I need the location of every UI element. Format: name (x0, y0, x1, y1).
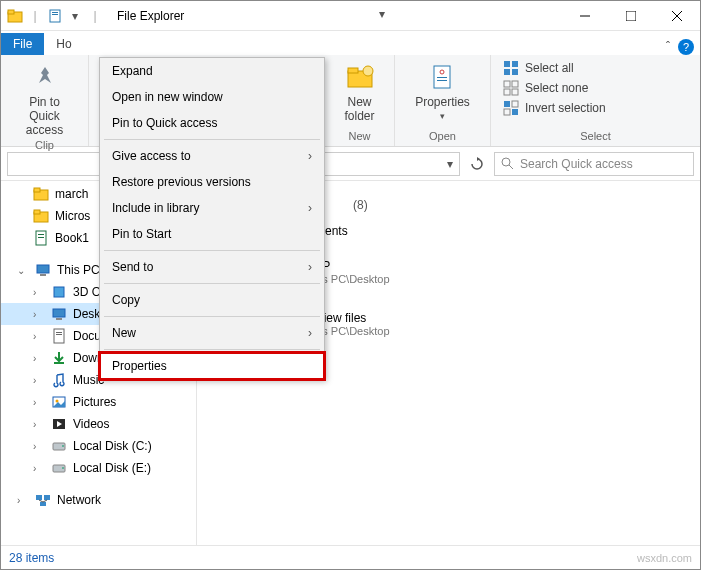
nav-network[interactable]: › Network (1, 489, 196, 511)
context-item[interactable]: Give access to› (100, 143, 324, 169)
titlebar: | ▾ | File Explorer (1, 1, 700, 31)
device-icon (51, 284, 67, 300)
svg-rect-25 (512, 101, 518, 107)
chevron-right-icon[interactable]: › (33, 331, 45, 342)
search-placeholder: Search Quick access (520, 157, 633, 171)
properties-button[interactable]: Properties ▾ (409, 59, 476, 123)
folder-label: ents (325, 224, 348, 238)
nav-pc-item[interactable]: ›Pictures (1, 391, 196, 413)
nav-pc-item[interactable]: ›Local Disk (E:) (1, 457, 196, 479)
svg-rect-26 (504, 109, 510, 115)
folder-icon (33, 230, 49, 246)
new-dropdown-icon[interactable]: ▾ (379, 7, 385, 21)
nav-pc-item[interactable]: ›Local Disk (C:) (1, 435, 196, 457)
pin-to-quick-access-button[interactable]: Pin to Quick access (9, 59, 80, 139)
address-dropdown-icon[interactable]: ▾ (447, 157, 453, 171)
watermark: wsxdn.com (637, 552, 692, 564)
minimize-button[interactable] (562, 1, 608, 31)
search-icon (501, 157, 514, 170)
svg-rect-53 (36, 495, 42, 500)
this-pc-icon (35, 262, 51, 278)
frequent-folders-header[interactable]: (8) (353, 197, 684, 212)
context-item[interactable]: Send to› (100, 254, 324, 280)
svg-point-47 (56, 400, 59, 403)
refresh-button[interactable] (466, 153, 488, 175)
svg-rect-6 (626, 11, 636, 21)
context-item[interactable]: Copy (100, 287, 324, 313)
properties-qat-icon[interactable] (47, 8, 63, 24)
svg-rect-18 (504, 69, 510, 75)
chevron-down-icon[interactable]: ⌄ (17, 265, 29, 276)
svg-point-28 (502, 158, 510, 166)
context-separator (104, 349, 320, 350)
svg-rect-3 (52, 12, 58, 13)
chevron-right-icon[interactable]: › (33, 375, 45, 386)
status-bar: 28 items wsxdn.com (1, 545, 700, 569)
svg-rect-40 (53, 309, 65, 317)
select-none-icon (503, 80, 519, 96)
invert-selection-icon (503, 100, 519, 116)
svg-rect-27 (512, 109, 518, 115)
context-menu: ExpandOpen in new windowPin to Quick acc… (99, 57, 325, 380)
svg-line-57 (43, 500, 47, 502)
svg-rect-15 (437, 80, 447, 81)
maximize-button[interactable] (608, 1, 654, 31)
folder-icon (33, 186, 49, 202)
context-item[interactable]: Open in new window (100, 84, 324, 110)
svg-rect-36 (38, 237, 44, 238)
qat-separator: | (27, 8, 43, 24)
svg-rect-14 (437, 77, 447, 78)
chevron-right-icon: › (308, 326, 312, 340)
svg-rect-41 (56, 318, 62, 320)
svg-rect-55 (40, 502, 46, 506)
chevron-right-icon[interactable]: › (33, 397, 45, 408)
device-icon (51, 328, 67, 344)
context-item[interactable]: Restore previous versions (100, 169, 324, 195)
close-button[interactable] (654, 1, 700, 31)
device-icon (51, 460, 67, 476)
context-item[interactable]: Pin to Quick access (100, 110, 324, 136)
select-none-button[interactable]: Select none (499, 79, 610, 97)
context-separator (104, 283, 320, 284)
search-input[interactable]: Search Quick access (494, 152, 694, 176)
chevron-right-icon[interactable]: › (33, 463, 45, 474)
svg-rect-16 (504, 61, 510, 67)
open-dropdown-icon[interactable]: ▾ (470, 0, 476, 3)
chevron-right-icon[interactable]: › (33, 309, 45, 320)
help-icon[interactable]: ? (678, 39, 694, 55)
svg-rect-38 (40, 274, 46, 276)
context-item[interactable]: Properties (100, 353, 324, 379)
status-item-count: 28 items (9, 551, 54, 565)
qat-dropdown-icon[interactable]: ▾ (67, 8, 83, 24)
folder-icon (33, 208, 49, 224)
chevron-right-icon: › (308, 260, 312, 274)
invert-selection-button[interactable]: Invert selection (499, 99, 610, 117)
context-item[interactable]: New› (100, 320, 324, 346)
list-item[interactable]: ents (293, 216, 684, 246)
device-icon (51, 394, 67, 410)
chevron-right-icon[interactable]: › (33, 287, 45, 298)
context-separator (104, 250, 320, 251)
tab-home[interactable]: Ho (44, 33, 83, 55)
chevron-right-icon[interactable]: › (33, 441, 45, 452)
svg-rect-17 (512, 61, 518, 67)
context-item[interactable]: Include in library› (100, 195, 324, 221)
svg-rect-44 (56, 334, 62, 335)
window-title: File Explorer (109, 9, 562, 23)
svg-point-11 (363, 66, 373, 76)
tab-file[interactable]: File (1, 33, 44, 55)
new-group-label: New (348, 130, 370, 142)
svg-rect-33 (34, 210, 40, 214)
new-folder-button[interactable]: New folder (338, 59, 382, 125)
chevron-right-icon[interactable]: › (33, 419, 45, 430)
select-all-button[interactable]: Select all (499, 59, 610, 77)
context-item[interactable]: Expand (100, 58, 324, 84)
ribbon-collapse-icon[interactable]: ˆ (666, 40, 670, 54)
nav-pc-item[interactable]: ›Videos (1, 413, 196, 435)
chevron-right-icon[interactable]: › (17, 495, 29, 506)
context-item[interactable]: Pin to Start (100, 221, 324, 247)
context-separator (104, 316, 320, 317)
chevron-right-icon[interactable]: › (33, 353, 45, 364)
new-folder-icon (344, 61, 376, 93)
svg-rect-54 (44, 495, 50, 500)
